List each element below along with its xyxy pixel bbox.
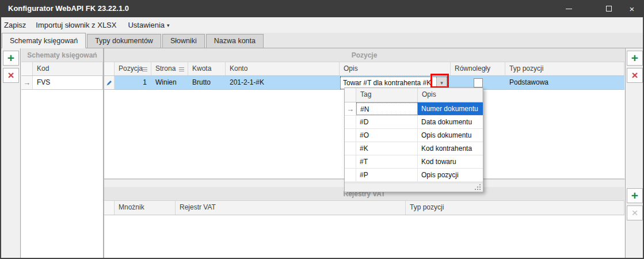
left-toolbar: + ×: [1, 48, 21, 258]
schematy-panel: Schematy księgowań Kod → FVS: [21, 48, 104, 258]
dropdown-opis-cell[interactable]: Kod kontrahenta: [418, 142, 483, 155]
resize-grip[interactable]: [474, 184, 481, 190]
dropdown-opis-cell-selected[interactable]: Numer dokumentu: [418, 102, 483, 115]
right-toolbar: + × + ×: [625, 48, 643, 258]
column-header-kod[interactable]: Kod: [33, 62, 103, 75]
plus-icon: +: [7, 52, 14, 64]
column-header-strona[interactable]: Strona: [151, 62, 188, 75]
dropdown-row-p[interactable]: #P Opis pozycji: [345, 169, 483, 182]
cell-strona[interactable]: Winien: [151, 76, 188, 89]
dropdown-tag-cell[interactable]: #P: [356, 169, 418, 181]
column-header-rejestr-vat[interactable]: Rejestr VAT: [176, 201, 406, 215]
close-icon: ×: [630, 5, 635, 13]
row-edit-indicator: [104, 76, 115, 89]
menu-item-importuj-slownik[interactable]: Importuj słownik z XLSX: [33, 17, 119, 33]
rownolegly-checkbox[interactable]: [474, 78, 483, 87]
dropdown-tag-cell[interactable]: #O: [356, 129, 418, 142]
dropdown-tag-cell[interactable]: #N: [356, 102, 418, 115]
dropdown-opis-cell[interactable]: Kod towaru: [418, 155, 483, 168]
tabstrip: Schematy księgowań Typy dokumentów Słown…: [0, 33, 644, 48]
dropdown-column-opis[interactable]: Opis: [418, 88, 483, 102]
dropdown-row-t[interactable]: #T Kod towaru: [345, 155, 483, 169]
dropdown-indicator-header: [345, 88, 356, 102]
window-border-left: [0, 17, 1, 259]
plus-icon: +: [631, 189, 638, 201]
column-header-mnoznik[interactable]: Mnożnik: [115, 201, 176, 215]
dropdown-tag-cell[interactable]: #K: [356, 142, 418, 155]
x-icon: ×: [631, 207, 638, 218]
tab-typy-dokumentow[interactable]: Typy dokumentów: [87, 34, 161, 48]
annotation-highlight: [430, 74, 449, 88]
row-indicator: [345, 155, 356, 168]
dropdown-opis-cell[interactable]: Opis pozycji: [418, 169, 483, 181]
dropdown-row-d[interactable]: #D Data dokumentu: [345, 116, 483, 129]
tag-dropdown-popup: Tag Opis → #N Numer dokumentu #D Data do…: [344, 87, 483, 192]
cell-kwota[interactable]: Brutto: [188, 76, 226, 89]
pozycje-indicator-header: [104, 62, 115, 75]
edit-pencil-icon: [106, 79, 113, 86]
dropdown-tag-cell[interactable]: #T: [356, 155, 418, 168]
column-header-kwota[interactable]: Kwota: [188, 62, 226, 75]
column-header-typ-pozycji[interactable]: Typ pozycji: [505, 62, 624, 75]
tab-schematy-ksiegowan[interactable]: Schematy księgowań: [2, 33, 86, 48]
x-icon: ×: [7, 70, 14, 81]
column-header-konto[interactable]: Konto: [226, 62, 340, 75]
x-icon: ×: [631, 70, 638, 81]
pozycje-panel-title: Pozycje: [104, 48, 624, 62]
rejestry-vat-panel: Rejestry VAT Mnożnik Rejestr VAT Typ poz…: [104, 187, 624, 258]
tab-nazwa-konta[interactable]: Nazwa konta: [206, 34, 264, 48]
row-indicator: [345, 142, 356, 155]
delete-pozycja-button[interactable]: ×: [627, 68, 643, 83]
dropdown-header-row: Tag Opis: [345, 88, 483, 102]
row-indicator: →: [21, 76, 33, 89]
dropdown-opis-cell[interactable]: Data dokumentu: [418, 116, 483, 128]
schematy-header-row: Kod: [21, 62, 103, 76]
add-pozycja-button[interactable]: +: [627, 51, 643, 66]
arrow-right-icon: →: [23, 79, 31, 86]
menubar: Zapisz Importuj słownik z XLSX Ustawieni…: [0, 17, 644, 33]
schemat-row-fvs[interactable]: → FVS: [21, 76, 103, 90]
minimize-icon: [566, 9, 572, 9]
plus-icon: +: [631, 52, 638, 64]
column-header-typ-pozycji[interactable]: Typ pozycji: [406, 201, 624, 215]
cell-typ-pozycji[interactable]: Podstawowa: [505, 76, 624, 89]
cell-pozycja[interactable]: 1: [115, 76, 151, 89]
minimize-button[interactable]: [557, 0, 580, 17]
dropdown-tag-cell[interactable]: #D: [356, 116, 418, 128]
window-title: Konfigurator WebAPI FK 23.22.1.0: [8, 0, 129, 17]
delete-schemat-button[interactable]: ×: [3, 68, 19, 83]
dropdown-column-tag[interactable]: Tag: [356, 88, 418, 102]
schemat-kod-cell[interactable]: FVS: [33, 76, 103, 89]
close-button[interactable]: ×: [622, 0, 642, 17]
menu-item-ustawienia[interactable]: Ustawienia▾: [125, 17, 172, 33]
maximize-button[interactable]: [597, 0, 620, 17]
menu-item-zapisz[interactable]: Zapisz: [2, 17, 28, 33]
app-window: Konfigurator WebAPI FK 23.22.1.0 × Zapis…: [0, 0, 644, 259]
maximize-icon: [606, 6, 612, 12]
dropdown-row-n[interactable]: → #N Numer dokumentu: [345, 102, 483, 116]
row-indicator: [345, 169, 356, 181]
rejestry-indicator-header: [104, 201, 115, 215]
column-header-pozycja[interactable]: Pozycja: [115, 62, 151, 75]
schematy-panel-title: Schematy księgowań: [21, 48, 103, 62]
opis-input[interactable]: [341, 77, 436, 89]
column-header-rownolegly[interactable]: Równoległy: [451, 62, 505, 75]
schematy-indicator-header: [21, 62, 33, 75]
add-schemat-button[interactable]: +: [3, 51, 19, 66]
add-rejestr-button[interactable]: +: [627, 188, 643, 203]
rejestry-header-row: Mnożnik Rejestr VAT Typ pozycji: [104, 201, 624, 215]
dropdown-opis-cell[interactable]: Opis dokumentu: [418, 129, 483, 142]
dropdown-row-k[interactable]: #K Kod kontrahenta: [345, 142, 483, 155]
cell-konto[interactable]: 201-2-1-#K: [226, 76, 340, 89]
titlebar[interactable]: Konfigurator WebAPI FK 23.22.1.0 ×: [0, 0, 644, 17]
row-indicator: [345, 129, 356, 142]
row-indicator: [345, 116, 356, 128]
dropdown-footer: [345, 182, 483, 192]
delete-rejestr-button-disabled: ×: [627, 205, 643, 220]
tab-slowniki[interactable]: Słowniki: [162, 34, 205, 48]
row-indicator: →: [345, 102, 356, 115]
sort-asc-icon: [142, 67, 147, 71]
arrow-right-icon: →: [346, 105, 354, 113]
dropdown-row-o[interactable]: #O Opis dokumentu: [345, 129, 483, 142]
sort-asc-icon: [179, 67, 184, 71]
